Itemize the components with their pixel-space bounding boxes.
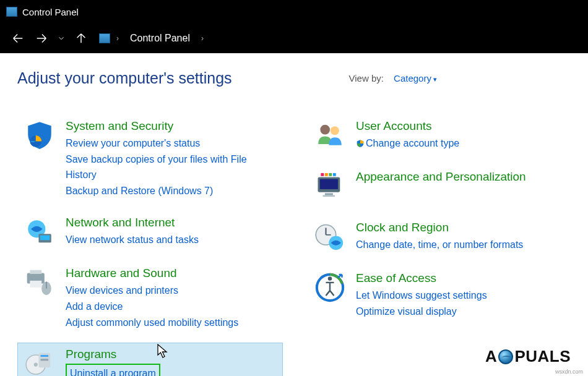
link-uninstall-program[interactable]: Uninstall a program (66, 364, 160, 376)
category-system-security: System and Security Review your computer… (17, 114, 283, 206)
svg-rect-22 (329, 173, 332, 176)
breadcrumb-control-panel[interactable]: Control Panel (125, 30, 195, 46)
address-bar[interactable]: › Control Panel › (99, 30, 207, 46)
view-by-control: View by: Category (348, 73, 437, 83)
nav-bar: › Control Panel › (0, 24, 588, 53)
breadcrumb-chevron-icon[interactable]: › (113, 34, 123, 43)
svg-rect-23 (333, 173, 336, 176)
control-panel-icon (99, 33, 110, 43)
svg-point-29 (328, 276, 332, 281)
watermark-logo: A PUALS (485, 347, 571, 366)
category-programs: Programs Uninstall a program (17, 343, 283, 376)
link-add-device[interactable]: Add a device (66, 299, 238, 315)
up-button[interactable] (71, 28, 92, 49)
link-devices-printers[interactable]: View devices and printers (66, 283, 238, 299)
link-mobility-settings[interactable]: Adjust commonly used mobility settings (66, 315, 238, 331)
category-title[interactable]: System and Security (66, 119, 278, 133)
breadcrumb-chevron-icon[interactable]: › (197, 34, 207, 43)
link-backup-restore[interactable]: Backup and Restore (Windows 7) (66, 183, 278, 199)
category-ease-of-access: Ease of Access Let Windows suggest setti… (308, 267, 573, 327)
svg-rect-12 (41, 355, 49, 357)
svg-rect-3 (40, 236, 50, 241)
source-label: wsxdn.com (555, 369, 583, 375)
content-area: Adjust your computer's settings View by:… (0, 53, 588, 376)
printer-mouse-icon (22, 265, 57, 300)
title-bar: Control Panel (0, 0, 588, 24)
category-clock-region: Clock and Region Change date, time, or n… (308, 216, 573, 262)
link-suggest-settings[interactable]: Let Windows suggest settings (356, 288, 487, 304)
forward-button[interactable] (31, 28, 52, 49)
back-button[interactable] (7, 28, 28, 49)
clock-globe-icon (313, 220, 347, 254)
recent-dropdown[interactable] (54, 28, 68, 49)
svg-rect-5 (30, 270, 41, 274)
svg-rect-20 (321, 173, 324, 176)
category-hardware: Hardware and Sound View devices and prin… (17, 262, 283, 338)
link-file-history[interactable]: Save backup copies of your files with Fi… (66, 152, 278, 183)
view-by-dropdown[interactable]: Category (394, 73, 437, 83)
category-title[interactable]: Network and Internet (66, 216, 199, 229)
category-appearance: Appearance and Personalization (308, 165, 573, 211)
globe-network-icon (22, 215, 57, 249)
shield-icon (22, 118, 57, 153)
svg-rect-21 (325, 173, 328, 176)
svg-point-10 (34, 363, 38, 367)
svg-rect-13 (41, 359, 49, 361)
monitor-palette-icon (313, 169, 347, 203)
link-optimize-display[interactable]: Optimize visual display (356, 304, 487, 320)
category-title[interactable]: Programs (66, 348, 160, 361)
svg-rect-18 (325, 193, 333, 195)
category-user-accounts: User Accounts Change account type (308, 114, 573, 160)
ease-of-access-icon (313, 270, 347, 305)
programs-disc-icon (22, 346, 57, 376)
window-title: Control Panel (22, 7, 79, 17)
view-by-label: View by: (348, 73, 383, 83)
category-network: Network and Internet View network status… (17, 211, 283, 257)
link-change-account-type[interactable]: Change account type (356, 135, 459, 152)
watermark-orb-icon (498, 349, 513, 364)
category-title[interactable]: Appearance and Personalization (356, 170, 526, 184)
link-network-status[interactable]: View network status and tasks (66, 232, 199, 248)
category-title[interactable]: Ease of Access (356, 271, 487, 285)
svg-rect-19 (323, 195, 335, 197)
uac-shield-icon (356, 139, 365, 148)
control-panel-app-icon (6, 7, 17, 17)
svg-point-15 (331, 126, 339, 135)
page-title: Adjust your computer's settings (17, 69, 232, 87)
svg-rect-6 (30, 281, 41, 288)
category-title[interactable]: Hardware and Sound (66, 267, 238, 280)
link-date-time-formats[interactable]: Change date, time, or number formats (356, 237, 523, 253)
svg-point-14 (320, 125, 330, 135)
svg-rect-17 (320, 179, 338, 189)
users-icon (313, 118, 347, 153)
category-title[interactable]: Clock and Region (356, 221, 523, 234)
category-title[interactable]: User Accounts (356, 119, 459, 133)
link-review-status[interactable]: Review your computer's status (66, 135, 278, 152)
